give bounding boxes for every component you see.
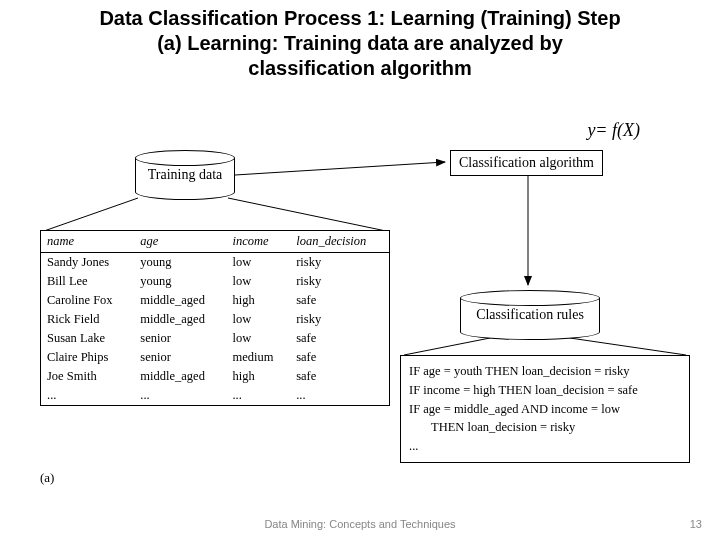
svg-line-4 xyxy=(404,338,490,355)
cylinder-top-icon xyxy=(460,290,600,306)
table-row: Susan Lakeseniorlowsafe xyxy=(41,329,389,348)
svg-line-0 xyxy=(44,198,138,231)
table-cell: middle_aged xyxy=(134,310,226,329)
table-cell: Claire Phips xyxy=(41,348,134,367)
classification-rules-box: IF age = youth THEN loan_decision = risk… xyxy=(400,355,690,463)
rule-line: ... xyxy=(409,437,681,456)
table-cell: Bill Lee xyxy=(41,272,134,291)
table-cell: Susan Lake xyxy=(41,329,134,348)
table-cell: risky xyxy=(290,272,389,291)
title-line-1: Data Classification Process 1: Learning … xyxy=(40,6,680,31)
table-header: name xyxy=(41,231,134,253)
table-header: income xyxy=(226,231,290,253)
rule-line: IF age = middle_aged AND income = low xyxy=(409,400,681,419)
title-block: Data Classification Process 1: Learning … xyxy=(0,0,720,83)
table-row: Rick Fieldmiddle_agedlowrisky xyxy=(41,310,389,329)
footer-text: Data Mining: Concepts and Techniques xyxy=(0,518,720,530)
training-data-label: Training data xyxy=(148,167,223,183)
table-cell: young xyxy=(134,253,226,273)
cylinder-top-icon xyxy=(135,150,235,166)
table-cell: safe xyxy=(290,329,389,348)
svg-line-5 xyxy=(570,338,686,355)
rule-line: IF income = high THEN loan_decision = sa… xyxy=(409,381,681,400)
table-header: age xyxy=(134,231,226,253)
title-line-3: classification algorithm xyxy=(40,56,680,81)
subfigure-label: (a) xyxy=(40,470,54,486)
table-cell: senior xyxy=(134,348,226,367)
training-data-cylinder: Training data xyxy=(135,150,235,200)
classification-algorithm-box: Classification algorithm xyxy=(450,150,603,176)
svg-line-2 xyxy=(235,162,445,175)
table-cell: low xyxy=(226,272,290,291)
title-line-2: (a) Learning: Training data are analyzed… xyxy=(40,31,680,56)
table-row: Caroline Foxmiddle_agedhighsafe xyxy=(41,291,389,310)
classification-rules-cylinder: Classification rules xyxy=(460,290,600,340)
table-cell: high xyxy=(226,367,290,386)
table-cell: middle_aged xyxy=(134,291,226,310)
table-header: loan_decision xyxy=(290,231,389,253)
table-row: ............ xyxy=(41,386,389,405)
classification-algorithm-label: Classification algorithm xyxy=(459,155,594,170)
table-cell: high xyxy=(226,291,290,310)
table-cell: ... xyxy=(290,386,389,405)
table-cell: safe xyxy=(290,348,389,367)
table-cell: young xyxy=(134,272,226,291)
table-row: Claire Phipsseniormediumsafe xyxy=(41,348,389,367)
rule-line: IF age = youth THEN loan_decision = risk… xyxy=(409,362,681,381)
table-cell: senior xyxy=(134,329,226,348)
table-cell: ... xyxy=(41,386,134,405)
classification-rules-label: Classification rules xyxy=(476,307,584,323)
table-row: Bill Leeyounglowrisky xyxy=(41,272,389,291)
table-cell: medium xyxy=(226,348,290,367)
table-cell: low xyxy=(226,329,290,348)
table-cell: risky xyxy=(290,310,389,329)
table-cell: Sandy Jones xyxy=(41,253,134,273)
table-cell: risky xyxy=(290,253,389,273)
page-number: 13 xyxy=(690,518,702,530)
table-cell: Rick Field xyxy=(41,310,134,329)
table-cell: safe xyxy=(290,291,389,310)
table-cell: Caroline Fox xyxy=(41,291,134,310)
table-cell: low xyxy=(226,310,290,329)
table-cell: ... xyxy=(226,386,290,405)
equation-label: y= f(X) xyxy=(587,120,640,141)
training-data-table: name age income loan_decision Sandy Jone… xyxy=(40,230,390,406)
table-cell: low xyxy=(226,253,290,273)
table-cell: middle_aged xyxy=(134,367,226,386)
svg-line-1 xyxy=(228,198,386,231)
table-cell: Joe Smith xyxy=(41,367,134,386)
diagram-area: Training data Classification algorithm C… xyxy=(0,145,720,505)
rule-line: THEN loan_decision = risky xyxy=(431,418,681,437)
table-row: Sandy Jonesyounglowrisky xyxy=(41,253,389,273)
table-row: Joe Smithmiddle_agedhighsafe xyxy=(41,367,389,386)
table-cell: safe xyxy=(290,367,389,386)
table-cell: ... xyxy=(134,386,226,405)
